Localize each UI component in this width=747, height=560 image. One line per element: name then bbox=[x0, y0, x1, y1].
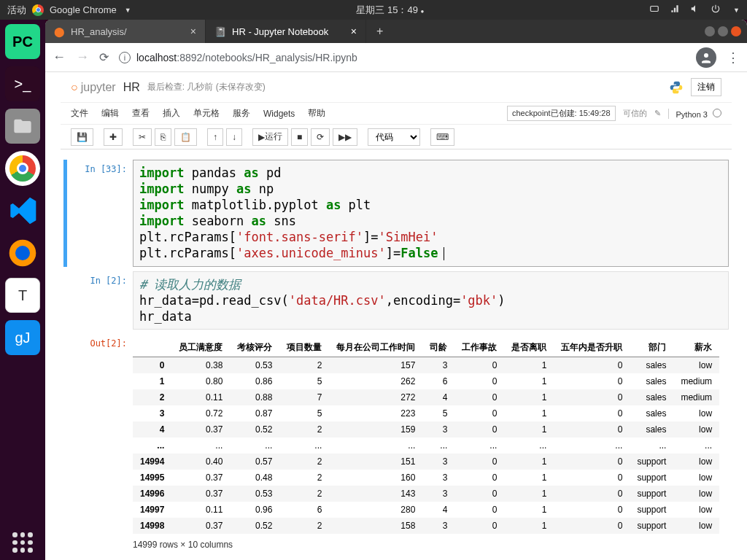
cut-button[interactable]: ✂ bbox=[133, 128, 152, 146]
logout-button[interactable]: 注销 bbox=[691, 78, 721, 96]
dataframe-table: 员工满意度考核评分项目数量每月在公司工作时间司龄工作事故是否离职五年内是否升职部… bbox=[133, 338, 719, 534]
window-close-button[interactable] bbox=[731, 26, 741, 36]
menu-edit[interactable]: 编辑 bbox=[101, 107, 119, 120]
checkpoint-label: 最后检查: 几秒前 (未保存改变) bbox=[147, 81, 266, 93]
menu-cell[interactable]: 单元格 bbox=[193, 107, 220, 120]
browser-window: ⬤ HR_analysis/ × 📓 HR - Jupyter Notebook… bbox=[45, 20, 747, 560]
run-button[interactable]: ▶ 运行 bbox=[252, 128, 288, 146]
table-row: 30.720.8752235010saleslow bbox=[133, 405, 719, 421]
app-name[interactable]: Google Chrome bbox=[50, 4, 117, 15]
table-row: 149950.370.4821603010supportlow bbox=[133, 470, 719, 486]
back-button[interactable]: ← bbox=[53, 50, 66, 65]
add-cell-button[interactable]: ✚ bbox=[104, 128, 123, 146]
browser-tabbar: ⬤ HR_analysis/ × 📓 HR - Jupyter Notebook… bbox=[45, 20, 747, 43]
table-row: 149940.400.5721513010supportlow bbox=[133, 454, 719, 470]
volume-icon[interactable] bbox=[690, 4, 700, 16]
move-up-button[interactable]: ↑ bbox=[207, 128, 223, 146]
copy-button[interactable]: ⎘ bbox=[155, 128, 171, 146]
notebook-favicon-icon: 📓 bbox=[214, 26, 226, 37]
celltype-select[interactable]: 代码 bbox=[368, 128, 420, 146]
trusted-label[interactable]: 可信的 bbox=[623, 108, 647, 119]
table-row: 149960.370.5321433010supportlow bbox=[133, 486, 719, 502]
input-method-icon[interactable] bbox=[649, 4, 659, 16]
python-logo-icon bbox=[669, 80, 684, 95]
save-button[interactable]: 💾 bbox=[71, 128, 93, 146]
network-icon[interactable] bbox=[670, 4, 680, 16]
jupyter-logo[interactable]: ○ jupyter bbox=[71, 81, 116, 94]
table-row: 149980.370.5221583010supportlow bbox=[133, 518, 719, 534]
close-tab-icon[interactable]: × bbox=[190, 26, 196, 37]
code-cell[interactable]: In [2]:# 读取人力的数据 hr_data=pd.read_csv('da… bbox=[63, 271, 729, 330]
command-palette-button[interactable]: ⌨ bbox=[430, 128, 454, 146]
restart-run-button[interactable]: ▶▶ bbox=[333, 128, 357, 146]
text-editor-icon[interactable]: T bbox=[5, 278, 40, 313]
chrome-icon bbox=[32, 4, 44, 16]
table-row: 10.800.8652626010salesmedium bbox=[133, 373, 719, 389]
jupyter-favicon-icon: ⬤ bbox=[54, 26, 65, 37]
menu-file[interactable]: 文件 bbox=[71, 107, 88, 120]
input-prompt: In [2]: bbox=[67, 271, 133, 330]
close-tab-icon[interactable]: × bbox=[351, 26, 357, 37]
menu-help[interactable]: 帮助 bbox=[308, 107, 325, 120]
menu-insert[interactable]: 插入 bbox=[163, 107, 180, 120]
tab-title: HR_analysis/ bbox=[71, 26, 127, 37]
show-apps-icon[interactable] bbox=[5, 525, 40, 560]
browser-address-bar: ← → ⟳ i localhost:8892/notebooks/HR_anal… bbox=[45, 43, 747, 72]
table-row: 149970.110.9662804010supportlow bbox=[133, 502, 719, 518]
checkpoint-status: checkpoint已创建: 15:49:28 bbox=[507, 106, 616, 121]
app-menu-chevron-icon[interactable]: ▼ bbox=[125, 7, 131, 14]
browser-tab-1[interactable]: ⬤ HR_analysis/ × bbox=[45, 20, 206, 43]
clock[interactable]: 星期三 15：49 bbox=[356, 4, 418, 15]
output-prompt: Out[2]: bbox=[67, 334, 133, 560]
restart-button[interactable]: ⟳ bbox=[311, 128, 330, 146]
jupyter-toolbar: 💾 ✚ ✂ ⎘ 📋 ↑ ↓ ▶ 运行 ■ ⟳ ▶▶ 代码 ⌨ bbox=[61, 125, 732, 149]
interrupt-button[interactable]: ■ bbox=[291, 128, 308, 146]
tab-title: HR - Jupyter Notebook bbox=[232, 26, 328, 37]
browser-tab-2[interactable]: 📓 HR - Jupyter Notebook × bbox=[206, 20, 366, 43]
jupyter-page: ○ jupyter HR 最后检查: 几秒前 (未保存改变) 注销 文件 编辑 … bbox=[45, 72, 747, 560]
code-editor[interactable]: # 读取人力的数据 hr_data=pd.read_csv('data/HR.c… bbox=[133, 271, 729, 330]
vscode-icon[interactable] bbox=[5, 193, 40, 228]
browser-menu-icon[interactable]: ⋮ bbox=[727, 50, 740, 66]
app-icon[interactable]: gJ bbox=[5, 320, 40, 355]
paste-button[interactable]: 📋 bbox=[174, 128, 197, 146]
url-host: localhost bbox=[136, 52, 177, 63]
notebook-title[interactable]: HR bbox=[123, 81, 140, 94]
table-row: 00.380.5321573010saleslow bbox=[133, 357, 719, 373]
edit-icon[interactable]: ✎ bbox=[654, 109, 661, 118]
activities-label[interactable]: 活动 bbox=[7, 4, 26, 17]
reload-button[interactable]: ⟳ bbox=[99, 50, 109, 64]
code-cell[interactable]: In [33]:import pandas as pd import numpy… bbox=[63, 160, 729, 267]
move-down-button[interactable]: ↓ bbox=[226, 128, 242, 146]
chrome-icon[interactable] bbox=[5, 151, 40, 186]
kernel-status-icon bbox=[713, 109, 721, 117]
menu-kernel[interactable]: 服务 bbox=[233, 107, 250, 120]
code-editor[interactable]: import pandas as pd import numpy as np i… bbox=[133, 160, 729, 267]
svg-point-2 bbox=[15, 246, 30, 260]
power-icon[interactable] bbox=[711, 4, 721, 16]
window-minimize-button[interactable] bbox=[705, 26, 715, 36]
site-info-icon[interactable]: i bbox=[119, 52, 131, 63]
table-row: 20.110.8872724010salesmedium bbox=[133, 389, 719, 405]
terminal-icon[interactable]: >_ bbox=[5, 66, 40, 101]
launcher-dock: PC >_ T gJ bbox=[0, 20, 45, 560]
firefox-icon[interactable] bbox=[5, 236, 40, 271]
system-menu-chevron-icon[interactable]: ▼ bbox=[733, 7, 740, 14]
account-icon[interactable] bbox=[696, 47, 716, 68]
menu-widgets[interactable]: Widgets bbox=[263, 109, 295, 119]
notebook-area: In [33]:import pandas as pd import numpy… bbox=[61, 149, 732, 560]
files-icon[interactable] bbox=[5, 109, 40, 144]
forward-button[interactable]: → bbox=[76, 50, 89, 65]
window-maximize-button[interactable] bbox=[718, 26, 728, 36]
svg-point-3 bbox=[704, 53, 708, 58]
dataframe-caption: 14999 rows × 10 columns bbox=[133, 534, 729, 556]
new-tab-button[interactable]: + bbox=[366, 25, 393, 38]
svg-rect-0 bbox=[651, 7, 659, 12]
url-bar[interactable]: i localhost:8892/notebooks/HR_analysis/H… bbox=[119, 52, 686, 63]
kernel-name[interactable]: Python 3 bbox=[668, 109, 721, 119]
url-path: :8892/notebooks/HR_analysis/HR.ipynb bbox=[177, 52, 357, 63]
jupyter-menubar: 文件 编辑 查看 插入 单元格 服务 Widgets 帮助 checkpoint… bbox=[61, 103, 732, 125]
input-prompt: In [33]: bbox=[67, 160, 133, 267]
menu-view[interactable]: 查看 bbox=[132, 107, 150, 120]
pycharm-icon[interactable]: PC bbox=[5, 24, 40, 59]
